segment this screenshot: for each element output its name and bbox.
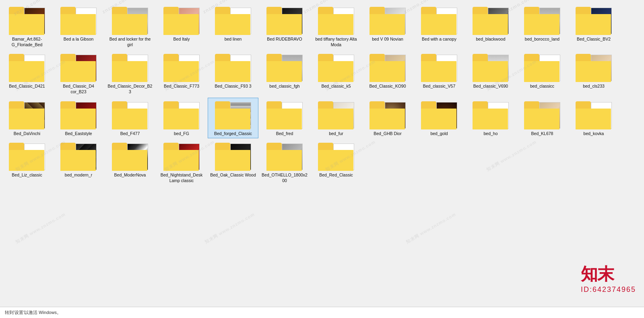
list-item[interactable]: Bed_fred [259,98,310,139]
windows-activation-bar[interactable]: 转到'设置'以激活 Windows。 [0,307,644,318]
folder-icon [9,53,45,82]
folder-label: Bed_KL678 [531,131,553,137]
windows-activation-text: 转到'设置'以激活 Windows。 [5,310,61,316]
list-item[interactable]: Bed a la Gibson [53,3,104,49]
list-item[interactable]: bed_classic_fgh [259,50,310,96]
folder-icon [60,142,97,171]
folder-icon [266,101,303,129]
list-item[interactable]: Bed_OTHELLO_1800x200 [259,139,310,185]
folder-icon [576,53,612,82]
folder-front-shape [9,109,44,129]
folder-label: bed V 09 Novian [372,37,403,42]
folder-label: Bed_Classic_F773 [164,84,199,89]
list-item[interactable]: bed linen [208,3,258,49]
folder-icon [369,101,406,129]
folder-icon [9,6,45,35]
folder-icon [576,6,612,35]
list-item[interactable]: Bed_Classic_D4 cor_B23 [53,50,104,96]
folder-icon [9,101,45,129]
list-item[interactable]: Bamar_Art.862-G_Floriade_Bed [2,3,52,49]
list-item[interactable]: Bed_classic_V690 [465,50,516,96]
folder-icon [266,142,303,171]
list-item[interactable]: Bed_forged_Classic [208,98,258,139]
znzmo-logo-id: ID:642374965 [581,285,636,294]
list-item[interactable]: Bed_Nightstand_Desk Lamp classic [156,139,207,185]
folder-icon [215,142,251,171]
folder-icon [473,6,509,35]
list-item[interactable]: Bed_Classic_F773 [156,50,207,96]
folder-label: Bed_OTHELLO_1800x200 [261,172,308,183]
folder-front-shape [524,61,559,82]
list-item[interactable]: Bed_Liz_classic [2,139,52,185]
list-item[interactable]: Bed_KL678 [517,98,568,139]
folder-label: Bed a la Gibson [64,37,94,42]
folder-front-shape [112,109,147,129]
list-item[interactable]: Bed_GHB Dior [362,98,413,139]
list-item[interactable]: Bed_F477 [105,98,155,139]
folder-icon [318,53,354,82]
folder-label: Bed_classic_V690 [473,84,508,89]
list-item[interactable]: Bed_Classic_BV2 [568,3,619,49]
znzmo-logo-watermark: 知末 ID:642374965 [581,263,636,294]
folder-front-shape [112,14,147,35]
folder-front-shape [369,109,405,129]
folder-front-shape [576,61,611,82]
folder-label: Bed_Classic_D4 cor_B23 [55,84,102,94]
list-item[interactable]: Bed_classic_V57 [414,50,464,96]
list-item[interactable]: bed_kovka [568,98,619,139]
list-item[interactable]: bed_classicc [517,50,568,96]
folder-front-shape [215,150,250,171]
folder-grid: Bamar_Art.862-G_Floriade_Bed Bed a la Gi… [0,0,644,189]
folder-front-shape [524,109,559,129]
list-item[interactable]: bed_borocco_land [517,3,568,49]
folder-front-shape [473,109,508,129]
list-item[interactable]: bed_blackwood [465,3,516,49]
list-item[interactable]: Bed_Classic_F93 3 [208,50,258,96]
folder-icon [215,6,251,35]
list-item[interactable]: bed tiffany factory Alta Moda [311,3,361,49]
folder-icon [60,53,97,82]
list-item[interactable]: Bed and locker for the girl [105,3,155,49]
list-item[interactable]: Bed_classic_k5 [311,50,361,96]
folder-label: Bed_Classic_KO90 [369,84,406,89]
list-item[interactable]: bed_ho [465,98,516,139]
folder-label: Bed_Red_Classic [319,172,353,178]
folder-front-shape [9,61,44,82]
folder-label: bed tiffany factory Alta Moda [313,37,359,47]
folder-label: Bed_Classic_F93 3 [215,84,251,89]
folder-label: Bed_Classic_D421 [9,84,45,89]
list-item[interactable]: Bed_Red_Classic [311,139,361,185]
list-item[interactable]: Bed_ModerNova [105,139,155,185]
folder-icon [524,101,560,129]
folder-front-shape [576,14,611,35]
list-item[interactable]: Bed Italy [156,3,207,49]
folder-icon [421,6,457,35]
list-item[interactable]: bed_modern_r [53,139,104,185]
folder-label: Bed_fred [276,131,293,137]
list-item[interactable]: bed V 09 Novian [362,3,413,49]
folder-icon [473,101,509,129]
list-item[interactable]: Bed_Classic_KO90 [362,50,413,96]
folder-label: bed_cls233 [583,84,605,89]
list-item[interactable]: Bed_Classic_Decor_B23 [105,50,155,96]
folder-front-shape [421,109,456,129]
list-item[interactable]: Bed_Oak_Classic Wood [208,139,258,185]
list-item[interactable]: bed_cls233 [568,50,619,96]
folder-icon [421,53,457,82]
folder-icon [369,6,406,35]
list-item[interactable]: bed_FG [156,98,207,139]
list-item[interactable]: Bed_Eaststyle [53,98,104,139]
list-item[interactable]: bed_gold [414,98,464,139]
list-item[interactable]: Bed RUDEBRAVO [259,3,310,49]
list-item[interactable]: bed_fur [311,98,361,139]
folder-front-shape [215,61,250,82]
folder-front-shape [318,61,353,82]
list-item[interactable]: Bed_Classic_D421 [2,50,52,96]
list-item[interactable]: Bed with a canopy [414,3,464,49]
folder-front-shape [318,150,353,171]
folder-icon [60,101,97,129]
list-item[interactable]: Bed_DaVinchi [2,98,52,139]
folder-icon [266,53,303,82]
folder-icon [215,101,251,129]
folder-label: Bed_Oak_Classic Wood [210,172,256,178]
